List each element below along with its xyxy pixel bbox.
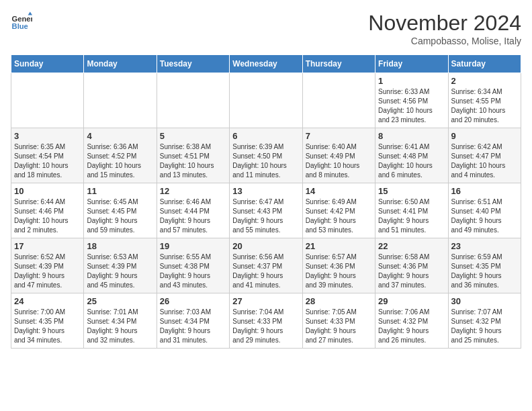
weekday-header: Tuesday	[157, 55, 229, 73]
day-info: Sunrise: 7:03 AM Sunset: 4:34 PM Dayligh…	[160, 308, 226, 345]
month-year-title: November 2024	[368, 11, 521, 36]
day-info: Sunrise: 6:33 AM Sunset: 4:56 PM Dayligh…	[378, 87, 445, 125]
day-info: Sunrise: 6:39 AM Sunset: 4:50 PM Dayligh…	[232, 142, 299, 180]
calendar-day-cell: 16Sunrise: 6:51 AM Sunset: 4:40 PM Dayli…	[448, 183, 521, 238]
calendar-header-row: SundayMondayTuesdayWednesdayThursdayFrid…	[11, 55, 521, 73]
calendar-day-cell: 30Sunrise: 7:07 AM Sunset: 4:32 PM Dayli…	[448, 293, 521, 349]
calendar-day-cell: 6Sunrise: 6:39 AM Sunset: 4:50 PM Daylig…	[230, 128, 302, 183]
page-header: General Blue November 2024 Campobasso, M…	[11, 11, 521, 46]
logo: General Blue	[11, 11, 32, 32]
calendar-day-cell	[11, 73, 84, 128]
day-info: Sunrise: 6:56 AM Sunset: 4:37 PM Dayligh…	[232, 253, 299, 290]
day-info: Sunrise: 6:52 AM Sunset: 4:39 PM Dayligh…	[14, 253, 81, 290]
calendar-week-row: 10Sunrise: 6:44 AM Sunset: 4:46 PM Dayli…	[11, 183, 521, 238]
day-number: 25	[87, 296, 153, 306]
calendar-day-cell: 13Sunrise: 6:47 AM Sunset: 4:43 PM Dayli…	[230, 183, 302, 238]
calendar-day-cell: 4Sunrise: 6:36 AM Sunset: 4:52 PM Daylig…	[84, 128, 157, 183]
day-number: 7	[306, 131, 372, 141]
calendar-day-cell	[302, 73, 375, 128]
day-info: Sunrise: 7:06 AM Sunset: 4:32 PM Dayligh…	[378, 308, 445, 345]
calendar-day-cell: 21Sunrise: 6:57 AM Sunset: 4:36 PM Dayli…	[302, 238, 375, 293]
calendar-week-row: 17Sunrise: 6:52 AM Sunset: 4:39 PM Dayli…	[11, 238, 521, 293]
svg-text:Blue: Blue	[12, 22, 28, 30]
calendar-day-cell: 11Sunrise: 6:45 AM Sunset: 4:45 PM Dayli…	[84, 183, 157, 238]
calendar-day-cell: 26Sunrise: 7:03 AM Sunset: 4:34 PM Dayli…	[157, 293, 229, 349]
day-info: Sunrise: 6:50 AM Sunset: 4:41 PM Dayligh…	[378, 197, 445, 235]
day-number: 5	[160, 131, 226, 141]
calendar-day-cell: 1Sunrise: 6:33 AM Sunset: 4:56 PM Daylig…	[375, 73, 448, 128]
calendar-week-row: 24Sunrise: 7:00 AM Sunset: 4:35 PM Dayli…	[11, 293, 521, 349]
calendar-day-cell: 22Sunrise: 6:58 AM Sunset: 4:36 PM Dayli…	[375, 238, 448, 293]
calendar-day-cell: 19Sunrise: 6:55 AM Sunset: 4:38 PM Dayli…	[157, 238, 229, 293]
svg-text:General: General	[12, 15, 32, 23]
weekday-header: Thursday	[302, 55, 375, 73]
svg-marker-2	[28, 12, 32, 15]
calendar-day-cell: 12Sunrise: 6:46 AM Sunset: 4:44 PM Dayli…	[157, 183, 229, 238]
calendar-week-row: 1Sunrise: 6:33 AM Sunset: 4:56 PM Daylig…	[11, 73, 521, 128]
calendar-day-cell: 24Sunrise: 7:00 AM Sunset: 4:35 PM Dayli…	[11, 293, 84, 349]
title-block: November 2024 Campobasso, Molise, Italy	[368, 11, 521, 46]
day-number: 16	[451, 186, 518, 196]
day-info: Sunrise: 6:41 AM Sunset: 4:48 PM Dayligh…	[378, 142, 445, 180]
calendar-day-cell: 27Sunrise: 7:04 AM Sunset: 4:33 PM Dayli…	[230, 293, 302, 349]
day-number: 18	[87, 241, 153, 251]
day-info: Sunrise: 6:42 AM Sunset: 4:47 PM Dayligh…	[451, 142, 518, 180]
day-number: 20	[232, 241, 299, 251]
day-info: Sunrise: 6:57 AM Sunset: 4:36 PM Dayligh…	[306, 253, 372, 290]
day-number: 29	[378, 296, 445, 306]
day-number: 13	[232, 186, 299, 196]
weekday-header: Sunday	[11, 55, 84, 73]
calendar-day-cell: 17Sunrise: 6:52 AM Sunset: 4:39 PM Dayli…	[11, 238, 84, 293]
calendar-day-cell: 7Sunrise: 6:40 AM Sunset: 4:49 PM Daylig…	[302, 128, 375, 183]
day-info: Sunrise: 6:55 AM Sunset: 4:38 PM Dayligh…	[160, 253, 226, 290]
day-number: 8	[378, 131, 445, 141]
day-number: 22	[378, 241, 445, 251]
weekday-header: Wednesday	[230, 55, 302, 73]
day-number: 17	[14, 241, 81, 251]
calendar-week-row: 3Sunrise: 6:35 AM Sunset: 4:54 PM Daylig…	[11, 128, 521, 183]
day-number: 11	[87, 186, 153, 196]
calendar-day-cell: 25Sunrise: 7:01 AM Sunset: 4:34 PM Dayli…	[84, 293, 157, 349]
day-info: Sunrise: 6:51 AM Sunset: 4:40 PM Dayligh…	[451, 197, 518, 235]
day-number: 4	[87, 131, 153, 141]
day-number: 21	[306, 241, 372, 251]
day-number: 1	[378, 76, 445, 86]
day-info: Sunrise: 6:47 AM Sunset: 4:43 PM Dayligh…	[232, 197, 299, 235]
weekday-header: Friday	[375, 55, 448, 73]
day-number: 23	[451, 241, 518, 251]
logo-icon: General Blue	[11, 11, 32, 32]
day-number: 2	[451, 76, 518, 86]
day-number: 14	[306, 186, 372, 196]
day-number: 30	[451, 296, 518, 306]
weekday-header: Monday	[84, 55, 157, 73]
calendar-day-cell	[84, 73, 157, 128]
day-info: Sunrise: 6:45 AM Sunset: 4:45 PM Dayligh…	[87, 197, 153, 235]
day-info: Sunrise: 6:53 AM Sunset: 4:39 PM Dayligh…	[87, 253, 153, 290]
day-info: Sunrise: 7:04 AM Sunset: 4:33 PM Dayligh…	[232, 308, 299, 345]
day-number: 12	[160, 186, 226, 196]
day-info: Sunrise: 6:34 AM Sunset: 4:55 PM Dayligh…	[451, 87, 518, 125]
day-info: Sunrise: 6:49 AM Sunset: 4:42 PM Dayligh…	[306, 197, 372, 235]
day-info: Sunrise: 6:58 AM Sunset: 4:36 PM Dayligh…	[378, 253, 445, 290]
calendar-day-cell: 2Sunrise: 6:34 AM Sunset: 4:55 PM Daylig…	[448, 73, 521, 128]
calendar-day-cell	[157, 73, 229, 128]
calendar-day-cell: 3Sunrise: 6:35 AM Sunset: 4:54 PM Daylig…	[11, 128, 84, 183]
calendar-day-cell: 15Sunrise: 6:50 AM Sunset: 4:41 PM Dayli…	[375, 183, 448, 238]
day-number: 24	[14, 296, 81, 306]
day-number: 28	[306, 296, 372, 306]
calendar-day-cell: 9Sunrise: 6:42 AM Sunset: 4:47 PM Daylig…	[448, 128, 521, 183]
calendar-day-cell: 29Sunrise: 7:06 AM Sunset: 4:32 PM Dayli…	[375, 293, 448, 349]
day-info: Sunrise: 7:00 AM Sunset: 4:35 PM Dayligh…	[14, 308, 81, 345]
day-info: Sunrise: 6:40 AM Sunset: 4:49 PM Dayligh…	[306, 142, 372, 180]
day-info: Sunrise: 6:59 AM Sunset: 4:35 PM Dayligh…	[451, 253, 518, 290]
calendar-day-cell: 8Sunrise: 6:41 AM Sunset: 4:48 PM Daylig…	[375, 128, 448, 183]
calendar-day-cell: 20Sunrise: 6:56 AM Sunset: 4:37 PM Dayli…	[230, 238, 302, 293]
calendar-day-cell: 28Sunrise: 7:05 AM Sunset: 4:33 PM Dayli…	[302, 293, 375, 349]
day-number: 3	[14, 131, 81, 141]
day-number: 10	[14, 186, 81, 196]
calendar-day-cell: 14Sunrise: 6:49 AM Sunset: 4:42 PM Dayli…	[302, 183, 375, 238]
day-info: Sunrise: 7:05 AM Sunset: 4:33 PM Dayligh…	[306, 308, 372, 345]
calendar-day-cell	[230, 73, 302, 128]
day-info: Sunrise: 6:44 AM Sunset: 4:46 PM Dayligh…	[14, 197, 81, 235]
calendar-day-cell: 18Sunrise: 6:53 AM Sunset: 4:39 PM Dayli…	[84, 238, 157, 293]
